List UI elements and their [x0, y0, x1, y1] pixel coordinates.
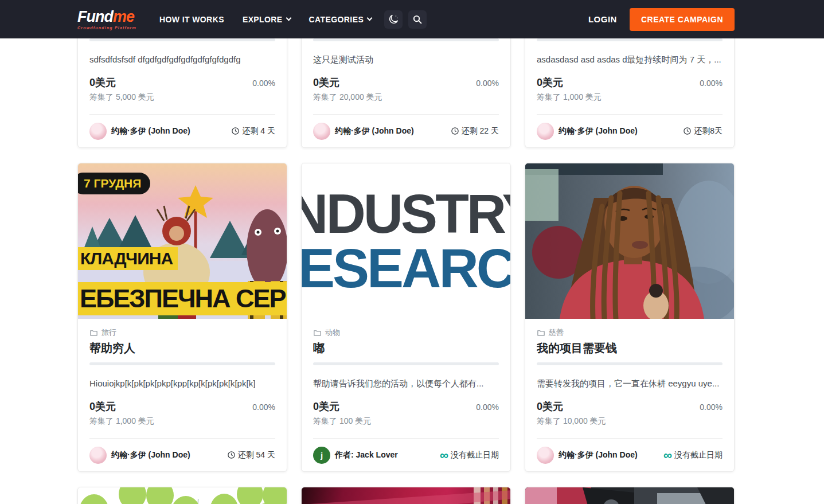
nav-how-it-works[interactable]: HOW IT WORKS: [153, 9, 231, 30]
clock-icon: [683, 127, 692, 135]
campaign-author[interactable]: 约翰·多伊 (John Doe): [89, 123, 190, 140]
brand-name: Fundme: [77, 9, 136, 25]
campaign-grid: sdfsdfdsfsdf dfgdfgdfgdfgdfgdfgfgfdgdfg …: [77, 0, 735, 504]
clock-icon: [227, 451, 236, 459]
progress-bar: [313, 38, 499, 41]
deadline-text: ∞ 没有截止日期: [663, 450, 723, 460]
nav-explore[interactable]: EXPLORE: [236, 9, 298, 30]
percent-funded: 0.00%: [700, 79, 723, 88]
campaign-card[interactable]: 慈善 我的项目需要钱 需要转发我的项目，它一直在休耕 eeygyu uye...…: [525, 163, 735, 472]
campaign-image: [525, 163, 734, 319]
amount-raised: 0美元: [313, 400, 339, 413]
infinity-icon: ∞: [440, 451, 448, 459]
goal-text: 筹集了 1,000 美元: [537, 92, 723, 103]
search-icon: [412, 14, 423, 25]
deadline-text: 还剩8天: [683, 126, 723, 136]
deadline-text: ∞ 没有截止日期: [440, 450, 499, 460]
deadline-text: 还剩 22 天: [451, 126, 499, 136]
chevron-down-icon: [367, 15, 373, 21]
campaign-author[interactable]: 约翰·多伊 (John Doe): [89, 447, 190, 464]
create-campaign-button[interactable]: CREATE CAMPAIGN: [630, 8, 735, 31]
progress-bar: [537, 38, 723, 41]
folder-icon: [89, 329, 98, 337]
search-button[interactable]: [408, 10, 427, 29]
clock-icon: [451, 127, 459, 135]
amount-raised: 0美元: [537, 400, 563, 413]
portrait-photo: [525, 163, 734, 319]
poster-date-badge: 7 ГРУДНЯ: [78, 173, 150, 194]
campaign-card[interactable]: INDUSTRY RESEARCH 动物 嘟 帮助请告诉我们您的活动，以便每个人…: [301, 163, 511, 472]
nav-categories[interactable]: CATEGORIES: [302, 9, 379, 30]
main-nav: HOW IT WORKS EXPLORE CATEGORIES: [153, 9, 378, 30]
progress-bar: [313, 362, 499, 365]
brand-tagline: Crowdfunding Platform: [77, 26, 136, 30]
goal-text: 筹集了 10,000 美元: [537, 416, 723, 427]
campaign-description: 需要转发我的项目，它一直在休耕 eeygyu uye...: [537, 377, 723, 390]
campaign-description: 这只是测试活动: [313, 53, 499, 67]
avatar: [537, 447, 554, 464]
campaign-image: [525, 487, 734, 504]
brand-logo[interactable]: Fundme Crowdfunding Platform: [77, 9, 136, 30]
campaign-description: 帮助请告诉我们您的活动，以便每个人都有...: [313, 377, 499, 390]
balloons-illustration: [78, 487, 287, 504]
campaign-title[interactable]: 我的项目需要钱: [537, 341, 723, 357]
moon-icon: [388, 14, 399, 25]
amount-raised: 0美元: [89, 400, 116, 413]
deadline-text: 还剩 54 天: [227, 450, 275, 460]
campaign-image: [78, 487, 287, 504]
avatar: [89, 123, 107, 140]
login-link[interactable]: LOGIN: [588, 14, 617, 24]
avatar: j: [313, 447, 330, 464]
deadline-text: 还剩 4 天: [231, 126, 275, 136]
chevron-down-icon: [286, 15, 291, 21]
amount-raised: 0美元: [537, 76, 563, 89]
campaign-card[interactable]: [525, 487, 735, 504]
crimson-photo: [302, 487, 510, 504]
category-label[interactable]: 旅行: [89, 327, 275, 338]
campaign-description: Hiouiojkp[k[pk[pk[pkp[kpp[kp[k[pk[pk[k[p…: [89, 377, 275, 390]
campaign-author[interactable]: 约翰·多伊 (John Doe): [537, 123, 638, 140]
car-engine-photo: [525, 487, 734, 504]
progress-bar: [89, 362, 275, 365]
goal-text: 筹集了 20,000 美元: [313, 92, 499, 103]
campaign-title[interactable]: 帮助穷人: [89, 341, 275, 357]
campaign-image: INDUSTRY RESEARCH: [302, 163, 510, 319]
progress-bar: [537, 362, 723, 365]
dark-mode-toggle[interactable]: [384, 10, 403, 29]
industry-logo-line2: RESEARCH: [302, 241, 510, 295]
progress-bar: [89, 38, 275, 41]
campaign-description: asdasdasd asd asdas d最短持续时间为 7 天，...: [537, 53, 723, 67]
campaign-card[interactable]: [301, 487, 511, 504]
category-label[interactable]: 动物: [313, 327, 499, 338]
clock-icon: [231, 127, 240, 135]
percent-funded: 0.00%: [252, 403, 275, 412]
campaign-author[interactable]: j 作者: Jack Lover: [313, 447, 398, 464]
poster-banner: ЕБЕЗПЕЧНА СЕРЕДА: [78, 282, 287, 315]
top-navbar: Fundme Crowdfunding Platform HOW IT WORK…: [0, 0, 824, 38]
poster-label: КЛАДЧИНА: [78, 247, 178, 270]
percent-funded: 0.00%: [252, 79, 275, 88]
campaign-image: 7 ГРУДНЯ КЛАДЧИНА ЕБЕЗПЕЧНА СЕРЕДА: [78, 163, 287, 319]
folder-icon: [537, 329, 545, 337]
percent-funded: 0.00%: [700, 403, 723, 412]
percent-funded: 0.00%: [476, 403, 499, 412]
infinity-icon: ∞: [663, 451, 672, 459]
percent-funded: 0.00%: [476, 79, 499, 88]
campaign-image: [302, 487, 510, 504]
campaign-author[interactable]: 约翰·多伊 (John Doe): [313, 123, 414, 140]
avatar: [313, 123, 330, 140]
goal-text: 筹集了 5,000 美元: [89, 92, 275, 103]
goal-text: 筹集了 100 美元: [313, 416, 499, 427]
avatar: [89, 447, 107, 464]
folder-icon: [313, 329, 322, 337]
category-label[interactable]: 慈善: [537, 327, 723, 338]
campaign-description: sdfsdfdsfsdf dfgdfgdfgdfgdfgdfgfgfdgdfg: [89, 53, 275, 67]
campaign-card[interactable]: 7 ГРУДНЯ КЛАДЧИНА ЕБЕЗПЕЧНА СЕРЕДА 旅行 帮助…: [77, 163, 287, 472]
avatar: [537, 123, 554, 140]
amount-raised: 0美元: [313, 76, 339, 89]
amount-raised: 0美元: [89, 76, 116, 89]
campaign-title[interactable]: 嘟: [313, 341, 499, 357]
goal-text: 筹集了 1,000 美元: [89, 416, 275, 427]
campaign-card[interactable]: [77, 487, 287, 504]
campaign-author[interactable]: 约翰·多伊 (John Doe): [537, 447, 638, 464]
